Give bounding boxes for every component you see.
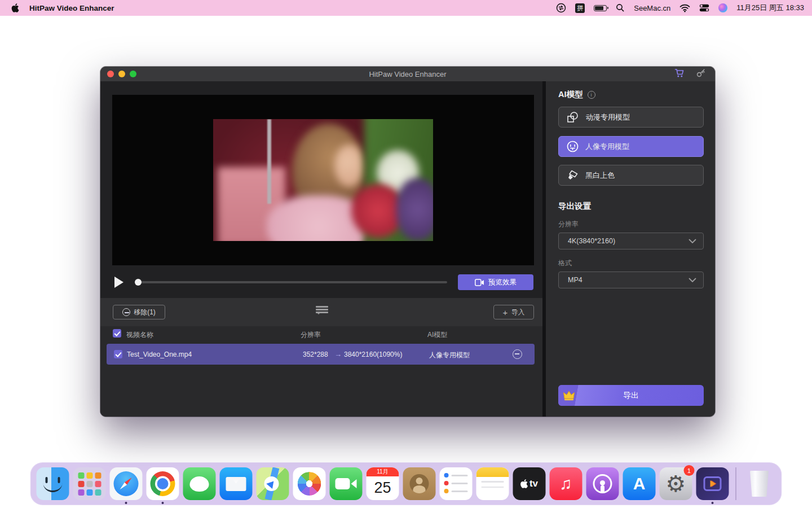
- running-indicator: [712, 502, 714, 504]
- export-button-label: 导出: [623, 391, 639, 401]
- remove-button[interactable]: 移除(1): [113, 305, 165, 319]
- dock-trash-icon[interactable]: [743, 467, 776, 500]
- dock-music-icon[interactable]: ♫: [550, 467, 582, 500]
- row-model: 人像专用模型: [429, 351, 470, 360]
- video-preview-frame: [112, 95, 534, 265]
- chevron-down-icon: [689, 278, 696, 283]
- model-anime-button[interactable]: 动漫专用模型: [558, 107, 704, 128]
- art-purple-flowers: [396, 178, 433, 240]
- calendar-month-label: 11月: [367, 467, 399, 476]
- music-note-glyph: ♫: [559, 474, 572, 493]
- table-header: 视频名称 分辨率 AI模型: [100, 326, 542, 341]
- model-colorize-button[interactable]: 黑白上色: [558, 165, 704, 186]
- dock-maps-icon[interactable]: [257, 467, 289, 500]
- calendar-day-label: 25: [367, 476, 399, 499]
- format-setting-label: 格式: [558, 259, 572, 268]
- dock-settings-icon[interactable]: ⚙ 1: [660, 467, 692, 500]
- export-settings-heading: 导出设置: [558, 201, 591, 212]
- player-controls: 预览效果: [100, 274, 542, 290]
- resolution-setting-label: 分辨率: [558, 220, 579, 229]
- model-anime-label: 动漫专用模型: [586, 112, 630, 122]
- face-icon: [567, 141, 579, 152]
- settings-sidebar: AI模型 i 动漫专用模型 人像专用模型 黑白上色 导出设置: [546, 81, 715, 417]
- dock-contacts-icon[interactable]: [403, 467, 436, 500]
- dock-hitpaw-icon[interactable]: [696, 467, 729, 500]
- resolution-value: 4K(3840*2160): [568, 237, 615, 245]
- dock-safari-icon[interactable]: [110, 467, 143, 500]
- model-portrait-button[interactable]: 人像专用模型: [558, 136, 704, 157]
- row-checkbox[interactable]: [114, 350, 122, 358]
- battery-icon[interactable]: [594, 3, 607, 13]
- remove-label: 移除(1): [134, 308, 156, 317]
- dock-podcasts-icon[interactable]: [586, 467, 619, 500]
- model-portrait-label: 人像专用模型: [585, 142, 629, 152]
- notification-badge: 1: [684, 465, 695, 476]
- input-method-icon[interactable]: 拼: [575, 3, 585, 13]
- running-indicator: [162, 502, 164, 504]
- row-resolution-from: 352*288: [303, 351, 328, 358]
- dock-photos-icon[interactable]: [293, 467, 326, 500]
- dock-finder-icon[interactable]: [37, 467, 69, 500]
- siri-icon[interactable]: [718, 3, 727, 12]
- dock-reminders-icon[interactable]: [440, 467, 473, 500]
- table-row[interactable]: Test_Video_One.mp4 352*288 → 3840*2160(1…: [107, 344, 535, 365]
- apple-logo-icon[interactable]: [11, 3, 19, 13]
- seek-handle[interactable]: [135, 279, 142, 286]
- col-video-name: 视频名称: [126, 330, 153, 340]
- select-all-checkbox[interactable]: [113, 329, 121, 338]
- appletv-label: tv: [529, 478, 538, 489]
- gear-glyph: ⚙: [666, 471, 686, 497]
- play-button[interactable]: [114, 277, 123, 288]
- art-face: [334, 144, 364, 187]
- cart-icon[interactable]: [674, 68, 685, 80]
- dock-chrome-icon[interactable]: [147, 467, 179, 500]
- video-camera-icon: [475, 279, 484, 286]
- ai-model-title-text: AI模型: [558, 89, 583, 100]
- shapes-icon: [567, 112, 579, 123]
- import-button[interactable]: + 导入: [493, 305, 534, 319]
- plus-icon: +: [503, 308, 508, 317]
- dock-messages-icon[interactable]: [183, 467, 216, 500]
- seek-bar[interactable]: [135, 281, 447, 283]
- dock-appletv-icon[interactable]: tv: [513, 467, 546, 500]
- register-key-icon[interactable]: [696, 68, 706, 80]
- format-value: MP4: [568, 276, 582, 284]
- crown-icon: [563, 390, 576, 401]
- main-panel: 预览效果 移除(1) + 导入: [100, 81, 542, 417]
- export-button[interactable]: 导出: [558, 385, 704, 406]
- col-ai-model: AI模型: [427, 330, 447, 340]
- spotlight-search-icon[interactable]: [616, 3, 625, 13]
- title-bar: HitPaw Video Enhancer: [100, 67, 715, 81]
- minus-circle-icon: [122, 308, 130, 316]
- row-remove-icon[interactable]: [513, 349, 522, 359]
- chevron-down-icon: [689, 239, 696, 244]
- clock-label[interactable]: 11月25日 周五 18:33: [736, 3, 804, 13]
- resolution-select[interactable]: 4K(3840*2160): [558, 233, 704, 249]
- crown-badge: [558, 385, 583, 406]
- dock-notes-icon[interactable]: [476, 467, 509, 500]
- ai-model-heading: AI模型 i: [558, 89, 595, 100]
- menu-bar: HitPaw Video Enhancer 拼 SeeMac.cn 11月25日…: [0, 0, 812, 16]
- model-colorize-label: 黑白上色: [585, 170, 615, 181]
- running-indicator: [125, 502, 127, 504]
- dock-calendar-icon[interactable]: 11月 25: [367, 467, 399, 500]
- file-list-panel: 移除(1) + 导入 视频名称 分辨率 AI模型: [100, 298, 542, 417]
- row-resolution-to: 3840*2160(1090%): [344, 351, 402, 358]
- desktop: HitPaw Video Enhancer 拼 SeeMac.cn 11月25日…: [0, 0, 812, 508]
- dock-launchpad-icon[interactable]: [73, 467, 106, 500]
- sync-icon[interactable]: [556, 3, 566, 13]
- info-icon[interactable]: i: [588, 91, 595, 99]
- export-settings-title-text: 导出设置: [558, 201, 591, 212]
- dock-divider: [736, 467, 736, 500]
- format-select[interactable]: MP4: [558, 271, 704, 288]
- dock-mail-icon[interactable]: [220, 467, 253, 500]
- dock-appstore-icon[interactable]: A: [623, 467, 656, 500]
- menubar-app-name[interactable]: HitPaw Video Enhancer: [29, 4, 114, 12]
- collapse-list-icon[interactable]: [316, 306, 328, 325]
- control-center-icon[interactable]: [699, 3, 709, 13]
- hostname-label[interactable]: SeeMac.cn: [634, 4, 670, 12]
- dock-facetime-icon[interactable]: [330, 467, 363, 500]
- preview-effect-button[interactable]: 预览效果: [458, 274, 533, 290]
- wifi-icon[interactable]: [679, 3, 690, 13]
- art-pole: [267, 119, 271, 204]
